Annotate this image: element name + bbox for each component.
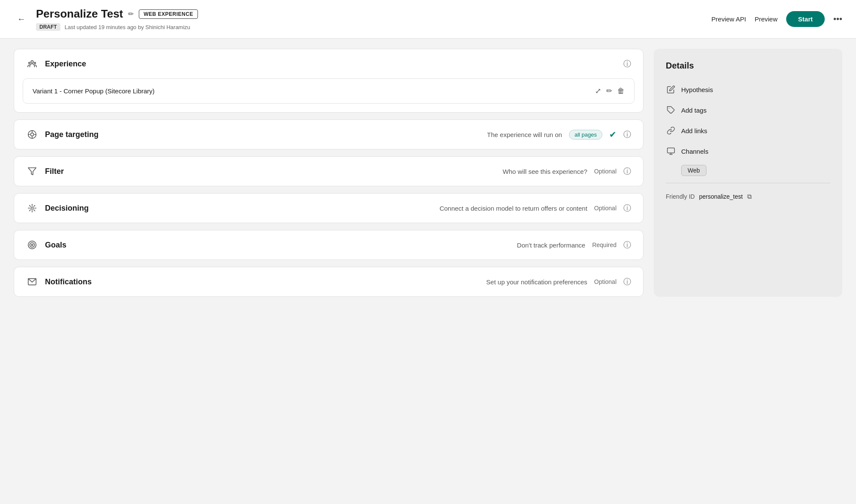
header-right: Preview API Preview Start ••• (712, 11, 842, 27)
draft-badge: DRAFT (36, 23, 60, 31)
main-layout: Experience ⓘ Variant 1 - Corner Popup (S… (0, 39, 856, 307)
svg-point-13 (31, 244, 33, 246)
channels-label: Channels (681, 148, 708, 155)
hypothesis-icon (666, 85, 676, 94)
decisioning-status: Optional (594, 205, 617, 212)
filter-title: Filter (45, 167, 494, 176)
web-channel-badge: Web (681, 165, 706, 176)
page-targeting-info-icon[interactable]: ⓘ (623, 129, 631, 140)
page-targeting-icon (26, 130, 38, 139)
svg-point-2 (34, 62, 36, 64)
details-panel: Details Hypothesis Add tags (654, 49, 842, 297)
last-updated-text: Last updated 19 minutes ago by Shinichi … (65, 24, 190, 30)
variant-card: Variant 1 - Corner Popup (Sitecore Libra… (23, 78, 635, 104)
title-area: Personalize Test ✏ WEB EXPERIENCE DRAFT … (36, 7, 198, 31)
notifications-subtitle: Set up your notification preferences (486, 278, 587, 286)
goals-subtitle: Don't track performance (517, 242, 586, 249)
variant-edit-button[interactable]: ✏ (606, 86, 612, 95)
friendly-id-label: Friendly ID (666, 193, 695, 200)
details-title: Details (666, 61, 830, 71)
notifications-info-icon[interactable]: ⓘ (623, 277, 631, 287)
add-links-item[interactable]: Add links (666, 120, 830, 141)
preview-api-button[interactable]: Preview API (712, 15, 746, 23)
notifications-icon (26, 277, 38, 286)
more-options-button[interactable]: ••• (833, 14, 842, 24)
friendly-id-row: Friendly ID personalize_test ⧉ (666, 185, 830, 202)
back-button[interactable]: ← (14, 12, 29, 26)
variant-name: Variant 1 - Corner Popup (Sitecore Libra… (33, 87, 155, 95)
page-targeting-subtitle: The experience will run on (487, 131, 562, 138)
notifications-header: Notifications Set up your notification p… (14, 267, 643, 296)
add-tags-icon (666, 106, 676, 114)
notifications-section: Notifications Set up your notification p… (14, 267, 643, 297)
start-button[interactable]: Start (786, 11, 825, 27)
variant-actions: ⤢ ✏ 🗑 (595, 86, 625, 95)
svg-point-12 (30, 243, 35, 248)
channels-content: Web (666, 161, 830, 181)
goals-title: Goals (45, 241, 509, 250)
channels-item[interactable]: Channels (666, 141, 830, 161)
decisioning-title: Decisioning (45, 204, 431, 213)
page-targeting-section: Page targeting The experience will run o… (14, 119, 643, 149)
goals-info-icon[interactable]: ⓘ (623, 240, 631, 250)
page-header: ← Personalize Test ✏ WEB EXPERIENCE DRAF… (0, 0, 856, 39)
filter-icon (26, 167, 38, 176)
decisioning-subtitle: Connect a decision model to return offer… (440, 205, 587, 212)
experience-title: Experience (45, 60, 617, 69)
variant-open-button[interactable]: ⤢ (595, 86, 601, 95)
experience-header: Experience ⓘ (14, 49, 643, 78)
preview-button[interactable]: Preview (754, 15, 777, 23)
all-pages-badge: all pages (569, 130, 602, 140)
notifications-status: Optional (594, 278, 617, 285)
goals-icon (26, 240, 38, 250)
decisioning-section: Decisioning Connect a decision model to … (14, 193, 643, 223)
svg-marker-9 (28, 168, 36, 175)
filter-subtitle: Who will see this experience? (503, 168, 587, 175)
hypothesis-item[interactable]: Hypothesis (666, 79, 830, 100)
left-panel: Experience ⓘ Variant 1 - Corner Popup (S… (14, 49, 643, 297)
variant-delete-button[interactable]: 🗑 (617, 87, 625, 95)
filter-info-icon[interactable]: ⓘ (623, 166, 631, 176)
add-links-label: Add links (681, 127, 707, 134)
experience-section: Experience ⓘ Variant 1 - Corner Popup (S… (14, 49, 643, 113)
experience-icon (26, 59, 38, 69)
goals-status: Required (592, 242, 617, 248)
svg-point-4 (30, 133, 33, 136)
details-divider (666, 183, 830, 183)
edit-title-icon[interactable]: ✏ (128, 10, 134, 18)
page-targeting-title: Page targeting (45, 130, 479, 139)
filter-section: Filter Who will see this experience? Opt… (14, 156, 643, 186)
svg-point-10 (31, 207, 33, 209)
friendly-id-value: personalize_test (699, 193, 743, 200)
svg-point-1 (29, 62, 30, 64)
header-left: ← Personalize Test ✏ WEB EXPERIENCE DRAF… (14, 7, 198, 31)
add-tags-item[interactable]: Add tags (666, 100, 830, 120)
web-experience-badge: WEB EXPERIENCE (139, 9, 198, 19)
variant-container: Variant 1 - Corner Popup (Sitecore Libra… (14, 78, 643, 112)
copy-icon[interactable]: ⧉ (747, 193, 752, 200)
svg-point-11 (28, 241, 36, 249)
decisioning-icon (26, 203, 38, 213)
subtitle-row: DRAFT Last updated 19 minutes ago by Shi… (36, 23, 198, 31)
filter-header: Filter Who will see this experience? Opt… (14, 157, 643, 186)
hypothesis-label: Hypothesis (681, 86, 713, 93)
svg-point-0 (31, 61, 33, 63)
title-row: Personalize Test ✏ WEB EXPERIENCE (36, 7, 198, 21)
experience-info-icon[interactable]: ⓘ (623, 59, 631, 69)
notifications-title: Notifications (45, 277, 478, 286)
channels-icon (666, 147, 676, 155)
page-targeting-check-icon: ✔ (609, 129, 617, 140)
filter-status: Optional (594, 168, 617, 175)
page-targeting-header: Page targeting The experience will run o… (14, 120, 643, 149)
decisioning-info-icon[interactable]: ⓘ (623, 203, 631, 213)
add-tags-label: Add tags (681, 107, 706, 114)
svg-rect-16 (667, 148, 675, 153)
goals-header: Goals Don't track performance Required ⓘ (14, 230, 643, 259)
page-title: Personalize Test (36, 7, 123, 21)
add-links-icon (666, 126, 676, 135)
goals-section: Goals Don't track performance Required ⓘ (14, 230, 643, 260)
decisioning-header: Decisioning Connect a decision model to … (14, 194, 643, 223)
